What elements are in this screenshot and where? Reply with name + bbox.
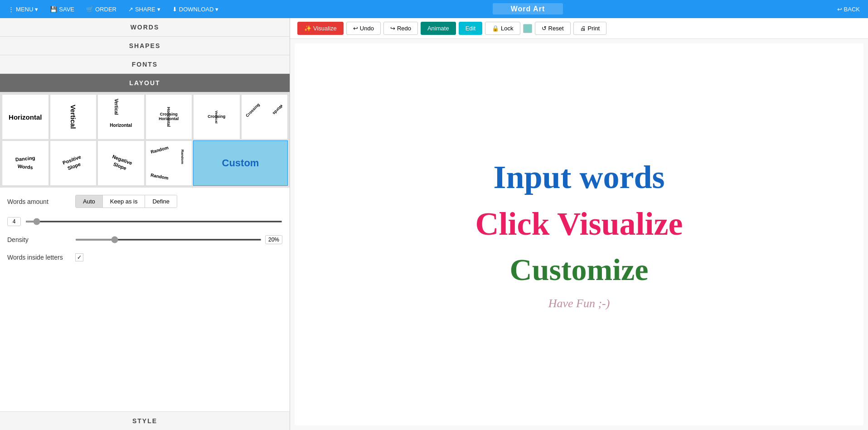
back-button[interactable]: ↩ BACK — [834, 4, 863, 14]
layout-random[interactable]: Random Random Random — [145, 140, 193, 186]
animate-button[interactable]: Animate — [421, 22, 456, 35]
density-slider-container: 20% — [75, 235, 282, 244]
order-icon: 🛒 — [86, 6, 93, 13]
layout-positive-slope[interactable]: PositiveSlope — [50, 140, 97, 186]
reset-button[interactable]: ↺ Reset — [535, 22, 571, 35]
main-layout: WORDS SHAPES FONTS LAYOUT Horizontal Ver… — [0, 18, 868, 430]
menu-icon: ⋮ — [8, 6, 14, 13]
download-button[interactable]: ⬇ DOWNLOAD ▾ — [169, 4, 223, 14]
content-area: ✨ Visualize ↩ Undo ↪ Redo Animate Edit 🔒… — [290, 18, 868, 430]
visualize-icon: ✨ — [304, 25, 311, 32]
download-icon: ⬇ — [172, 6, 177, 13]
lock-icon: 🔒 — [492, 25, 499, 32]
canvas-area: Input words Click Visualize Customize Ha… — [295, 43, 863, 425]
words-amount-options: Auto Keep as is Define — [75, 195, 177, 208]
redo-icon: ↪ — [390, 25, 395, 32]
layout-horizontal[interactable]: Horizontal — [2, 94, 49, 140]
controls-panel: Words amount Auto Keep as is Define 4 De… — [0, 188, 290, 411]
layout-negative-slope[interactable]: NegativeSlope — [97, 140, 145, 186]
back-icon: ↩ — [837, 6, 842, 13]
visualize-button[interactable]: ✨ Visualize — [297, 22, 344, 35]
words-amount-define[interactable]: Define — [145, 195, 177, 208]
words-section-button[interactable]: WORDS — [0, 18, 290, 37]
print-button[interactable]: 🖨 Print — [573, 22, 607, 35]
density-control: Density 20% — [7, 235, 282, 244]
canvas-line-1: Input words — [493, 159, 664, 196]
shapes-section-button[interactable]: SHAPES — [0, 37, 290, 55]
canvas-line-2: Click Visualize — [475, 205, 683, 243]
menu-button[interactable]: ⋮ MENU ▾ — [5, 4, 42, 14]
app-title: Word Art — [227, 5, 829, 13]
lock-button[interactable]: 🔒 Lock — [485, 22, 520, 35]
undo-button[interactable]: ↩ Undo — [346, 22, 381, 35]
layout-dancing-words[interactable]: Dancing Words — [2, 140, 49, 186]
words-amount-slider[interactable] — [25, 221, 282, 222]
fonts-section-button[interactable]: FONTS — [0, 55, 290, 74]
reset-icon: ↺ — [542, 25, 547, 32]
words-inside-control: Words inside letters ✓ — [7, 253, 282, 261]
topbar: ⋮ MENU ▾ 💾 SAVE 🛒 ORDER ↗ SHARE ▾ ⬇ DOWN… — [0, 0, 868, 18]
style-section-button[interactable]: STYLE — [0, 411, 290, 430]
undo-icon: ↩ — [353, 25, 358, 32]
layout-custom[interactable]: Custom — [193, 140, 288, 186]
share-icon: ↗ — [128, 6, 133, 13]
save-icon: 💾 — [50, 6, 57, 13]
color-swatch[interactable] — [523, 24, 532, 33]
sidebar: WORDS SHAPES FONTS LAYOUT Horizontal Ver… — [0, 18, 290, 430]
print-icon: 🖨 — [580, 25, 586, 32]
layout-crossing-horizontal[interactable]: CrossingHorizontal Horizontal — [145, 94, 193, 140]
download-chevron-icon: ▾ — [215, 6, 218, 13]
words-amount-keep[interactable]: Keep as is — [103, 195, 145, 208]
layout-vertical[interactable]: Vertical — [50, 94, 97, 140]
words-amount-slider-row: 4 — [7, 217, 282, 226]
edit-button[interactable]: Edit — [459, 22, 482, 35]
share-button[interactable]: ↗ SHARE ▾ — [125, 4, 164, 14]
words-amount-control: Words amount Auto Keep as is Define — [7, 195, 282, 208]
layout-vertical-horizontal[interactable]: Vertical Horizontal — [97, 94, 145, 140]
order-button[interactable]: 🛒 ORDER — [82, 4, 120, 14]
share-chevron-icon: ▾ — [157, 6, 160, 13]
canvas-line-3: Customize — [510, 252, 649, 288]
menu-chevron-icon: ▾ — [35, 6, 38, 13]
toolbar: ✨ Visualize ↩ Undo ↪ Redo Animate Edit 🔒… — [290, 18, 868, 39]
density-slider[interactable] — [75, 239, 262, 241]
layout-section-button[interactable]: LAYOUT — [0, 74, 290, 92]
layout-crossing-diagonal[interactable]: Crossing Words — [241, 94, 288, 140]
words-amount-auto[interactable]: Auto — [76, 195, 103, 208]
save-button[interactable]: 💾 SAVE — [46, 4, 78, 14]
layout-crossing-vertical[interactable]: Crossing Vertical — [193, 94, 240, 140]
redo-button[interactable]: ↪ Redo — [383, 22, 418, 35]
canvas-line-4: Have Fun ;-) — [548, 297, 610, 310]
words-inside-checkbox[interactable]: ✓ — [75, 253, 83, 261]
layout-grid: Horizontal Vertical Vertical Horizontal … — [0, 92, 290, 188]
